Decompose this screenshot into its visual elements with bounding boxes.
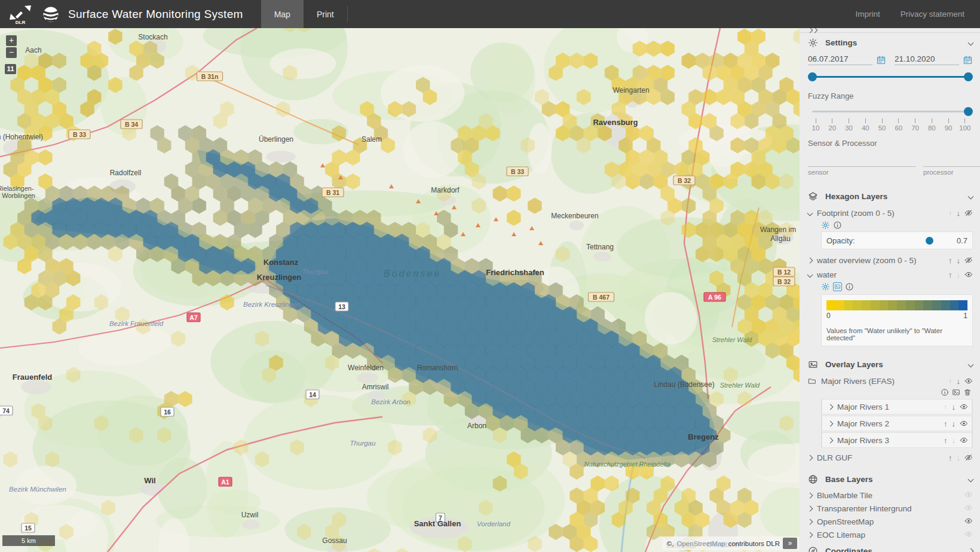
trash-icon[interactable] [963, 388, 972, 397]
move-down-icon[interactable]: ↓ [957, 271, 961, 279]
svg-text:B 33: B 33 [511, 168, 524, 175]
move-down-icon[interactable]: ↓ [957, 209, 961, 217]
move-up-icon[interactable]: ↑ [948, 209, 953, 217]
zoom-out-button[interactable]: − [6, 47, 17, 58]
eye-icon[interactable] [964, 377, 973, 385]
layer-major-rivers-1[interactable]: Major Rivers 1 ↑ ↓ [822, 399, 972, 414]
move-up-icon[interactable]: ↑ [948, 454, 953, 462]
eye-slash-icon[interactable] [964, 256, 973, 264]
layer-footprint[interactable]: Footprint (zoom 0 - 5) ↑ ↓ [808, 206, 973, 220]
ramp-step [950, 300, 959, 310]
overlay-layers-header[interactable]: Overlay Layers [808, 355, 973, 374]
date-range-slider[interactable] [809, 72, 972, 82]
chevron-right-icon[interactable] [807, 257, 813, 263]
eye-icon[interactable] [964, 504, 973, 512]
layer-dlr-guf[interactable]: DLR GUF ↑ ↓ [808, 450, 973, 465]
move-up-icon[interactable]: ↑ [948, 377, 953, 385]
move-up-icon[interactable]: ↑ [948, 271, 953, 279]
chevron-down-icon[interactable] [968, 476, 974, 482]
layer-label: water overview (zoom 0 - 5) [817, 256, 917, 265]
opacity-handle[interactable] [926, 237, 933, 245]
calendar-icon[interactable] [876, 55, 886, 65]
layer-settings-gear-icon[interactable] [821, 282, 830, 291]
layer-major-rivers-2[interactable]: Major Rivers 2 ↑ ↓ [822, 416, 972, 431]
info-icon[interactable] [845, 282, 854, 291]
opacity-control[interactable]: Opacity: 0.7 [821, 231, 973, 249]
attribution-expand-button[interactable]: » [783, 538, 797, 549]
nav-tabs: Map Print [261, 0, 348, 28]
chevron-right-icon[interactable] [807, 505, 813, 511]
move-up-icon[interactable]: ↑ [944, 437, 948, 444]
move-down-icon[interactable]: ↓ [957, 454, 961, 462]
range-handle-start[interactable] [808, 72, 817, 81]
layer-water-overview[interactable]: water overview (zoom 0 - 5) ↑ ↓ [808, 253, 973, 267]
privacy-link[interactable]: Privacy statement [901, 10, 964, 19]
processor-input[interactable] [923, 156, 980, 167]
hexagon-layers-header[interactable]: Hexagon Layers [808, 187, 973, 206]
chevron-down-icon[interactable] [968, 39, 974, 45]
layer-bluemarble[interactable]: BlueMarble Tile [808, 489, 973, 502]
calendar-icon[interactable] [963, 55, 973, 65]
eye-icon[interactable] [960, 419, 968, 428]
chevron-right-icon[interactable] [807, 492, 813, 498]
imprint-link[interactable]: Imprint [855, 10, 880, 19]
sidebar-collapse-icon[interactable] [808, 28, 817, 32]
move-down-icon[interactable]: ↓ [952, 420, 956, 428]
layer-water[interactable]: water ↑ ↓ [808, 267, 973, 282]
chevron-down-icon[interactable] [807, 210, 813, 216]
chevron-right-icon[interactable] [968, 548, 974, 552]
chevron-down-icon[interactable] [807, 272, 813, 277]
layer-transparenter-hintergrund[interactable]: Transparenter Hintergrund [808, 502, 973, 515]
eye-icon[interactable] [964, 270, 973, 279]
eye-slash-icon[interactable] [964, 209, 973, 217]
eye-icon[interactable] [960, 436, 968, 444]
info-icon[interactable] [941, 388, 949, 397]
eye-slash-icon[interactable] [964, 453, 973, 462]
eye-icon[interactable] [960, 402, 968, 411]
move-down-icon[interactable]: ↓ [957, 377, 961, 385]
layer-openstreetmap[interactable]: OpenStreetMap [808, 515, 973, 528]
sensor-input[interactable] [808, 156, 916, 167]
base-layers-header[interactable]: Base Layers [808, 469, 973, 489]
chevron-down-icon[interactable] [968, 193, 974, 199]
fuzzy-range-slider[interactable] [809, 107, 972, 117]
chevron-right-icon[interactable] [828, 404, 834, 410]
eye-icon[interactable] [964, 517, 973, 525]
town-label: Bregenz [688, 432, 719, 441]
settings-header[interactable]: Settings [808, 33, 973, 52]
chevron-right-icon[interactable] [807, 532, 813, 538]
chevron-right-icon[interactable] [807, 455, 813, 460]
chevron-down-icon[interactable] [968, 361, 974, 367]
fuzzy-handle[interactable] [964, 107, 973, 116]
move-up-icon[interactable]: ↑ [948, 257, 953, 264]
info-icon[interactable] [833, 221, 842, 230]
tab-print[interactable]: Print [304, 0, 347, 28]
layer-eoc-litemap[interactable]: EOC Litemap [808, 528, 973, 541]
move-down-icon[interactable]: ↓ [952, 437, 956, 444]
move-down-icon[interactable]: ↓ [952, 403, 956, 411]
date-from-input[interactable] [808, 53, 872, 65]
move-up-icon[interactable]: ↑ [944, 420, 948, 428]
date-to-input[interactable] [895, 53, 959, 65]
zoom-in-button[interactable]: + [6, 35, 17, 46]
eye-icon[interactable] [964, 530, 973, 538]
eye-icon[interactable] [964, 490, 973, 499]
legend-image-icon[interactable] [833, 282, 842, 291]
chevron-right-icon[interactable] [828, 437, 834, 443]
legend-image-icon[interactable] [952, 388, 960, 397]
osm-link[interactable]: OpenStreetMap [677, 540, 725, 547]
town-label: Kreuzlingen [257, 273, 301, 282]
coordinates-header[interactable]: Coordinates [800, 546, 980, 552]
layer-major-rivers-3[interactable]: Major Rivers 3 ↑ ↓ [822, 432, 972, 448]
map-canvas[interactable]: B 33B 34B 31nB 33B 32B 31B 12B 32B 467A … [0, 28, 800, 552]
layer-settings-gear-icon[interactable] [821, 221, 830, 230]
range-handle-end[interactable] [964, 72, 973, 81]
chevron-right-icon[interactable] [828, 420, 834, 426]
chevron-right-icon[interactable] [807, 519, 813, 524]
layer-label: Major Rivers 1 [837, 402, 889, 411]
move-up-icon[interactable]: ↑ [944, 403, 948, 411]
layer-group-major-rivers[interactable]: Major Rivers (EFAS) ↑ ↓ [808, 374, 973, 388]
move-down-icon[interactable]: ↓ [957, 257, 961, 264]
tab-map[interactable]: Map [261, 0, 304, 28]
layer-label: Major Rivers 2 [837, 419, 889, 428]
